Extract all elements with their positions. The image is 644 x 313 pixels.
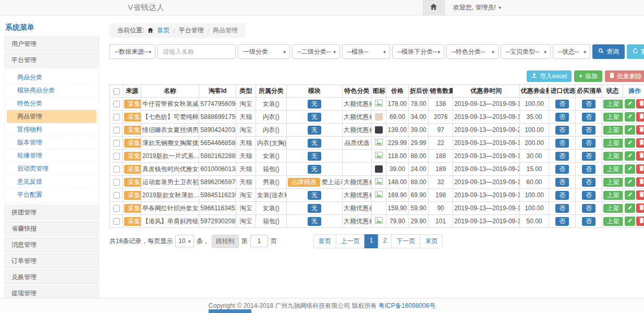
edit-button[interactable] [625,151,635,161]
sidebar-group-3[interactable]: 省赚快报 [4,221,99,236]
select-all-checkbox[interactable] [113,88,120,95]
batch-delete-button[interactable]: 批量删除 [605,70,644,82]
filter-select-level1-category[interactable]: 一级分类▾ [238,44,290,59]
sidebar-subitem[interactable]: 商品分类 [7,71,96,84]
status-toggle[interactable]: 上架 [603,113,623,122]
name-search-input[interactable] [157,44,236,59]
row-checkbox[interactable] [113,166,120,173]
import-select-toggle[interactable]: 否 [555,204,569,213]
filter-select-feature-category[interactable]: --特色分类--▾ [446,44,499,59]
must-buy-toggle[interactable]: 否 [582,191,596,200]
row-checkbox[interactable] [113,140,120,147]
must-buy-toggle[interactable]: 否 [582,152,596,161]
filter-select-module[interactable]: --模块--▾ [342,44,390,59]
sidebar-subitem[interactable]: 模块商品分类 [7,84,96,97]
status-toggle[interactable]: 上架 [603,126,623,135]
jump-to-button[interactable]: 跳转到 [212,235,239,248]
delete-button[interactable] [636,112,644,122]
page-button[interactable]: 1 [364,234,379,248]
per-page-select[interactable]: 10 ▾ [175,235,193,247]
import-select-toggle[interactable]: 否 [555,152,569,161]
page-button[interactable]: 末页 [420,234,443,248]
add-button[interactable]: + 添加 [574,70,602,82]
row-checkbox[interactable] [113,205,120,212]
delete-button[interactable] [636,138,644,148]
sidebar-group-6[interactable]: 兑换管理 [4,270,99,284]
sidebar-group-5[interactable]: 订单管理 [4,254,99,268]
edit-button[interactable] [625,164,635,174]
status-toggle[interactable]: 上架 [603,191,623,200]
filter-select-module-subcategory[interactable]: --模块下分类--▾ [392,44,444,59]
delete-button[interactable] [636,177,644,187]
import-select-toggle[interactable]: 否 [555,113,569,122]
import-select-toggle[interactable]: 否 [555,126,569,135]
must-buy-toggle[interactable]: 否 [582,139,596,148]
filter-select-level2-category[interactable]: --二级分类--▾ [292,44,340,59]
status-toggle[interactable]: 上架 [603,152,623,161]
sidebar-group-1[interactable]: 平台管理 [4,53,99,67]
delete-button[interactable] [636,164,644,174]
status-toggle[interactable]: 上架 [603,100,623,109]
user-menu[interactable]: 欢迎您, 管理员! ▾ [445,0,509,16]
page-button[interactable]: 下一页 [391,234,420,248]
edit-button[interactable] [625,138,635,148]
must-buy-toggle[interactable]: 否 [582,178,596,187]
sidebar-subitem[interactable]: 宣传物料 [7,123,96,136]
sidebar-group-2[interactable]: 拼团管理 [4,205,99,220]
sidebar-subitem[interactable]: 启动页管理 [7,162,96,175]
edit-button[interactable] [625,190,635,200]
status-toggle[interactable]: 上架 [603,204,623,213]
import-select-toggle[interactable]: 否 [555,139,569,148]
icp-link[interactable]: 粤ICP备16098006号 [379,302,435,310]
edit-button[interactable] [625,125,635,135]
row-checkbox[interactable] [113,101,120,107]
delete-button[interactable] [636,203,644,213]
status-toggle[interactable]: 上架 [603,178,623,187]
import-excel-button[interactable]: 导入excel [527,70,572,82]
must-buy-toggle[interactable]: 否 [582,204,596,213]
must-buy-toggle[interactable]: 否 [582,126,596,135]
search-button[interactable]: 查询 [592,44,625,59]
filter-select-item-type[interactable]: --宝贝类型--▾ [501,44,551,59]
sidebar-subitem[interactable]: 版本管理 [7,136,96,149]
sidebar-group-7[interactable]: 提现管理 [4,286,99,298]
sidebar-group-4[interactable]: 消息管理 [4,237,99,252]
delete-button[interactable] [636,99,644,109]
filter-select-status[interactable]: --状态--▾ [553,44,590,59]
status-toggle[interactable]: 上架 [603,165,623,174]
sidebar-subitem[interactable]: 特色分类 [7,97,96,110]
breadcrumb-home-link[interactable]: 首页 [157,26,169,35]
sidebar-subitem[interactable]: 商品管理 [7,110,96,123]
edit-button[interactable] [625,216,635,226]
row-checkbox[interactable] [113,153,120,160]
edit-button[interactable] [625,203,635,213]
sidebar-subitem[interactable]: 平台配置 [7,188,96,201]
import-select-toggle[interactable]: 否 [555,165,569,174]
row-checkbox[interactable] [113,114,120,121]
row-checkbox[interactable] [113,179,120,186]
import-select-toggle[interactable]: 否 [555,100,569,109]
delete-button[interactable] [636,151,644,161]
edit-button[interactable] [625,112,635,122]
must-buy-toggle[interactable]: 否 [582,113,596,122]
page-number-input[interactable] [250,235,268,247]
must-buy-toggle[interactable]: 否 [582,165,596,174]
edit-button[interactable] [625,177,635,187]
home-button[interactable] [423,0,445,16]
page-button[interactable]: 上一页 [336,234,365,248]
reset-button[interactable]: 重置 [627,44,644,59]
import-select-toggle[interactable]: 否 [555,178,569,187]
must-buy-toggle[interactable]: 否 [582,100,596,109]
import-select-toggle[interactable]: 否 [555,217,569,226]
row-checkbox[interactable] [113,218,120,225]
row-checkbox[interactable] [113,192,120,199]
delete-button[interactable] [636,216,644,226]
must-buy-toggle[interactable]: 否 [582,217,596,226]
sidebar-subitem[interactable]: 轮播管理 [7,149,96,162]
delete-button[interactable] [636,190,644,200]
status-toggle[interactable]: 上架 [603,139,623,148]
import-select-toggle[interactable]: 否 [555,191,569,200]
row-checkbox[interactable] [113,127,120,134]
page-button[interactable]: 首页 [313,234,336,248]
delete-button[interactable] [636,125,644,135]
